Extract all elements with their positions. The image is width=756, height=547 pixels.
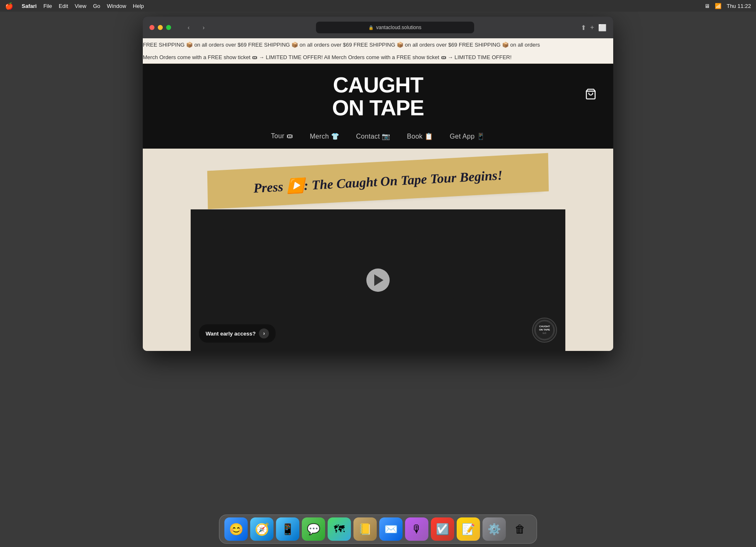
tape-background: Press ▶️: The Caught On Tape Tour Begins… [215, 157, 541, 206]
menubar-safari[interactable]: Safari [22, 3, 37, 9]
svg-text:LLC: LLC [542, 332, 547, 334]
menubar-display-icon: 🖥 [704, 3, 710, 9]
menubar-go[interactable]: Go [93, 3, 100, 9]
website-content: FREE SHIPPING 📦 on all orders over $69 F… [143, 38, 613, 351]
announcement-bar-shipping: FREE SHIPPING 📦 on all orders over $69 F… [143, 38, 613, 51]
video-play-button[interactable] [366, 269, 390, 292]
new-tab-button[interactable]: + [590, 24, 594, 31]
svg-text:CAUGHT: CAUGHT [539, 325, 550, 328]
dock: 😊 🧭 📱 💬 🗺 📒 ✉️ 🎙 ☑️ 📝 ⚙️ 🗑 [219, 515, 537, 544]
lock-icon: 🔒 [368, 25, 373, 30]
dock-finder[interactable]: 😊 [224, 517, 248, 541]
early-access-arrow-icon: › [259, 328, 269, 338]
apple-menu[interactable]: 🍎 [5, 2, 13, 10]
cot-badge-image: CAUGHT ON TAPE LLC [534, 320, 555, 341]
url-text: vantacloud.solutions [376, 25, 421, 30]
nav-get-app[interactable]: Get App 📱 [450, 132, 485, 140]
share-button[interactable]: ⬆ [581, 24, 586, 32]
browser-actions: ⬆ + ⬜ [581, 24, 607, 32]
dock-mail[interactable]: ✉️ [379, 517, 403, 541]
announcement-bar-ticket: Merch Orders come with a FREE show ticke… [143, 51, 613, 64]
dock-appstore[interactable]: 📱 [276, 517, 299, 541]
site-header: CAUGHT ON TAPE Tour 🎟 Merch 👕 Contact 📷 … [143, 64, 613, 149]
address-bar[interactable]: 🔒 vantacloud.solutions [316, 22, 474, 33]
early-access-bubble[interactable]: Want early access? › [199, 324, 276, 343]
dock-settings[interactable]: ⚙️ [482, 517, 506, 541]
nav-book[interactable]: Book 📋 [407, 132, 433, 140]
banner-text: Press ▶️: The Caught On Tape Tour Begins… [240, 166, 515, 196]
dock-notes[interactable]: 📝 [457, 517, 480, 541]
menubar-file[interactable]: File [43, 3, 52, 9]
dock-maps[interactable]: 🗺 [328, 517, 351, 541]
menubar-window[interactable]: Window [107, 3, 126, 9]
dock-safari[interactable]: 🧭 [250, 517, 274, 541]
cot-badge: CAUGHT ON TAPE LLC [532, 318, 557, 343]
early-access-text: Want early access? [206, 331, 256, 337]
video-player[interactable]: Want early access? › CAUGHT ON TAPE LLC [191, 209, 565, 351]
shipping-text: FREE SHIPPING 📦 on all orders over $69 F… [143, 42, 540, 48]
browser-chrome: ‹ › 🔒 vantacloud.solutions ⬆ + ⬜ [143, 17, 613, 38]
site-logo[interactable]: CAUGHT ON TAPE [332, 74, 424, 119]
tape-banner: Press ▶️: The Caught On Tape Tour Begins… [216, 165, 540, 197]
tab-overview-button[interactable]: ⬜ [598, 24, 607, 32]
menubar-clock: Thu 11:22 [726, 3, 751, 9]
menubar-right: 🖥 📶 Thu 11:22 [704, 3, 751, 9]
nav-contact[interactable]: Contact 📷 [356, 132, 390, 140]
dock-trash[interactable]: 🗑 [508, 517, 532, 541]
dock-reminders[interactable]: ☑️ [431, 517, 454, 541]
maximize-button[interactable] [166, 25, 171, 30]
logo-line2: ON TAPE [332, 97, 424, 119]
menubar-edit[interactable]: Edit [59, 3, 68, 9]
nav-tour[interactable]: Tour 🎟 [271, 132, 293, 140]
menubar-wifi-icon: 📶 [715, 3, 721, 9]
back-button[interactable]: ‹ [183, 23, 194, 32]
forward-button[interactable]: › [198, 23, 209, 32]
browser-window: ‹ › 🔒 vantacloud.solutions ⬆ + ⬜ FREE SH… [143, 17, 613, 351]
dock-contacts[interactable]: 📒 [353, 517, 377, 541]
menubar: 🍎 Safari File Edit View Go Window Help 🖥… [0, 0, 756, 12]
dock-messages[interactable]: 💬 [302, 517, 325, 541]
nav-merch[interactable]: Merch 👕 [310, 132, 339, 140]
cart-icon[interactable] [585, 88, 597, 102]
address-bar-container: 🔒 vantacloud.solutions [214, 22, 576, 33]
minimize-button[interactable] [158, 25, 163, 30]
logo-area: CAUGHT ON TAPE [159, 64, 597, 126]
logo-line1: CAUGHT [332, 74, 424, 97]
dock-podcasts[interactable]: 🎙 [405, 517, 428, 541]
svg-text:ON TAPE: ON TAPE [539, 328, 550, 331]
menubar-help[interactable]: Help [133, 3, 144, 9]
play-triangle-icon [374, 274, 383, 286]
traffic-lights [149, 25, 171, 30]
ticket-text: Merch Orders come with a FREE show ticke… [143, 54, 512, 60]
menubar-view[interactable]: View [75, 3, 87, 9]
main-nav: Tour 🎟 Merch 👕 Contact 📷 Book 📋 Get App … [159, 126, 597, 149]
hero-section: Press ▶️: The Caught On Tape Tour Begins… [143, 149, 613, 351]
close-button[interactable] [149, 25, 154, 30]
browser-nav-controls: ‹ › [183, 23, 209, 32]
play-emoji: ▶️ [286, 178, 304, 194]
